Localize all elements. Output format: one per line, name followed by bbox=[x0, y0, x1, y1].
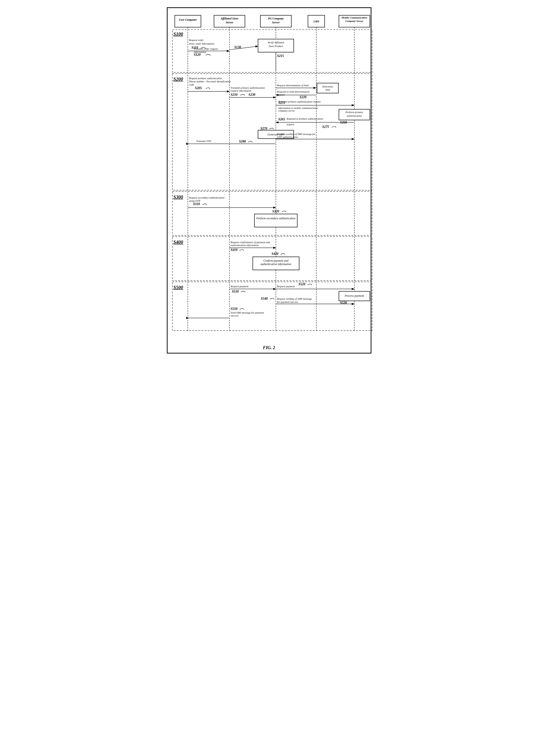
svg-text:Phone number - Personal Identi: Phone number - Personal Identification bbox=[189, 80, 231, 83]
svg-text:information to mobile communic: information to mobile communication bbox=[278, 106, 318, 109]
svg-text:Process payment: Process payment bbox=[345, 294, 364, 298]
section-s100-label: S100 bbox=[173, 31, 183, 36]
section-s200-label: S200 bbox=[173, 77, 183, 82]
svg-text:S520: S520 bbox=[298, 282, 305, 286]
svg-text:S320: S320 bbox=[272, 209, 279, 213]
svg-text:S550: S550 bbox=[231, 307, 238, 311]
svg-text:Request secondary authenticati: Request secondary authentication bbox=[189, 196, 224, 199]
svg-text:Server: Server bbox=[272, 21, 280, 24]
svg-text:Perform secondary authenticati: Perform secondary authentication bbox=[256, 217, 296, 220]
svg-text:Store Product: Store Product bbox=[269, 45, 283, 47]
s110-text2: Enter order information bbox=[189, 42, 214, 45]
svg-text:Transmit order request: Transmit order request bbox=[193, 47, 218, 50]
svg-text:S130: S130 bbox=[234, 45, 241, 49]
figure-caption: FIG. 2 bbox=[170, 345, 368, 350]
svg-text:Perform primary: Perform primary bbox=[345, 111, 363, 114]
svg-text:Send SMS message for payment: Send SMS message for payment bbox=[231, 311, 264, 314]
svg-text:Request confirmation of paymen: Request confirmation of payment and bbox=[230, 241, 270, 244]
svg-text:request: request bbox=[277, 93, 285, 96]
svg-text:S230: S230 bbox=[248, 93, 255, 96]
svg-text:Confirm payment and: Confirm payment and bbox=[263, 259, 288, 262]
svg-line-26 bbox=[230, 46, 257, 50]
svg-text:S310: S310 bbox=[193, 202, 200, 206]
svg-text:Request payment: Request payment bbox=[230, 285, 249, 288]
svg-text:Request sending of SMS message: Request sending of SMS message for bbox=[277, 133, 316, 136]
svg-text:Transmit primary authenticatio: Transmit primary authentication bbox=[231, 86, 265, 89]
svg-text:Request payment: Request payment bbox=[277, 285, 295, 288]
svg-text:S215: S215 bbox=[277, 54, 284, 58]
svg-text:success: success bbox=[231, 314, 239, 317]
svg-text:Request primary authentication: Request primary authentication bbox=[189, 77, 222, 80]
svg-text:authentication: authentication bbox=[347, 114, 362, 117]
svg-text:OTP authentication: OTP authentication bbox=[277, 136, 297, 139]
s110-text1: Request order bbox=[189, 38, 204, 41]
svg-rect-79 bbox=[254, 214, 297, 227]
sequence-diagram: User Computer Affiliated Store Server PG… bbox=[170, 13, 375, 341]
svg-text:S270: S270 bbox=[260, 127, 267, 130]
svg-text:Server: Server bbox=[226, 21, 233, 24]
svg-text:S275: S275 bbox=[322, 125, 329, 129]
svg-text:Request determination of limit: Request determination of limit bbox=[277, 84, 309, 87]
section-s500-label: S500 bbox=[173, 285, 183, 290]
svg-text:for payment success: for payment success bbox=[277, 300, 298, 303]
svg-text:limit: limit bbox=[325, 88, 330, 91]
svg-text:S265: S265 bbox=[278, 117, 285, 121]
svg-text:Mobile Communication: Mobile Communication bbox=[341, 16, 367, 19]
svg-text:Request sending of SMS message: Request sending of SMS message bbox=[277, 297, 312, 300]
section-s400-label: S400 bbox=[173, 240, 183, 245]
svg-text:User Computer: User Computer bbox=[179, 18, 197, 22]
svg-text:S210: S210 bbox=[231, 93, 238, 96]
svg-text:company server: company server bbox=[278, 109, 295, 112]
svg-text:Verify Affiliated: Verify Affiliated bbox=[267, 41, 284, 44]
svg-text:authentication information: authentication information bbox=[260, 262, 291, 266]
svg-text:Respond to limit determination: Respond to limit determination bbox=[277, 90, 309, 93]
svg-text:using OTP: using OTP bbox=[189, 199, 200, 202]
svg-text:LMS: LMS bbox=[313, 20, 319, 23]
svg-text:S510: S510 bbox=[232, 290, 239, 293]
svg-text:S205: S205 bbox=[195, 86, 202, 90]
svg-text:S420: S420 bbox=[272, 252, 278, 256]
svg-text:S540: S540 bbox=[261, 297, 268, 300]
section-s300-label: S300 bbox=[173, 195, 183, 200]
svg-text:PG Company: PG Company bbox=[268, 17, 284, 20]
svg-text:Determine: Determine bbox=[322, 85, 333, 88]
svg-text:S220: S220 bbox=[299, 95, 306, 99]
svg-text:Respond to primary authenticat: Respond to primary authentication bbox=[286, 117, 323, 120]
svg-text:S120: S120 bbox=[193, 53, 200, 57]
diagram-outer-border: User Computer Affiliated Store Server PG… bbox=[167, 7, 371, 354]
svg-text:request information: request information bbox=[231, 89, 251, 92]
svg-text:request: request bbox=[287, 123, 294, 126]
svg-text:Transmit OTP: Transmit OTP bbox=[196, 140, 211, 143]
svg-text:authentication information: authentication information bbox=[231, 244, 259, 247]
svg-text:S410: S410 bbox=[231, 248, 238, 252]
svg-text:Transmit primary authenticatio: Transmit primary authentication request bbox=[278, 100, 321, 103]
svg-text:Affiliated Store: Affiliated Store bbox=[220, 17, 239, 20]
svg-text:Company Server: Company Server bbox=[345, 20, 363, 23]
svg-text:code: code bbox=[189, 83, 194, 86]
svg-text:S280: S280 bbox=[239, 140, 246, 143]
